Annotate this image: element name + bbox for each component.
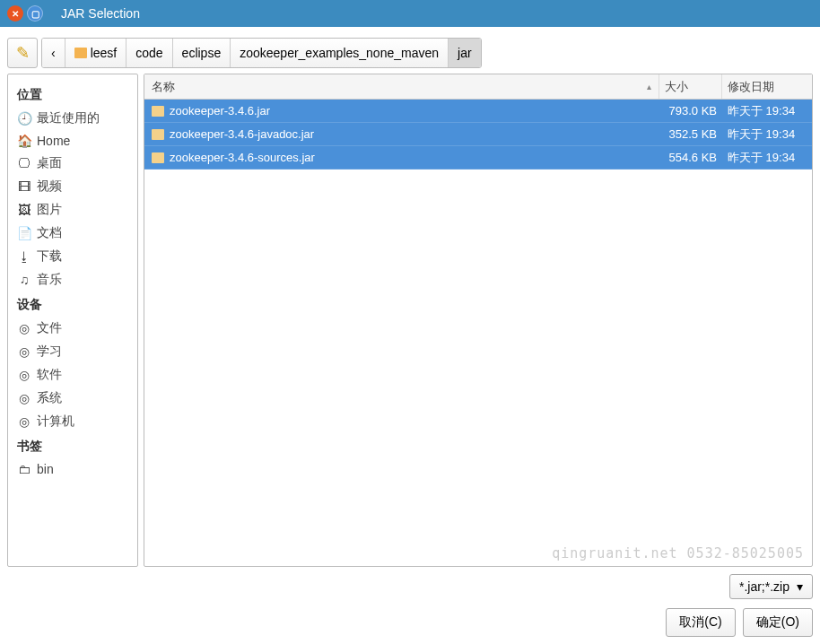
- watermark: qingruanit.net 0532-85025005: [552, 545, 804, 561]
- folder-icon: 🗀: [17, 462, 31, 476]
- sidebar-item-label: Home: [37, 134, 70, 148]
- sidebar-item-disk-study[interactable]: ◎学习: [12, 340, 134, 363]
- breadcrumb: ‹ leesf code eclipse zookeeper_examples_…: [41, 38, 482, 68]
- sidebar-item-label: 文档: [37, 225, 62, 241]
- main-row: 位置 🕘最近使用的 🏠Home 🖵桌面 🎞视频 🖼图片 📄文档 ⭳下载 ♫音乐 …: [7, 74, 813, 567]
- file-size: 793.0 KB: [659, 104, 722, 117]
- sidebar-item-label: bin: [37, 462, 54, 476]
- file-icon: [152, 106, 164, 117]
- sidebar-item-desktop[interactable]: 🖵桌面: [12, 152, 134, 175]
- window-title: JAR Selection: [61, 6, 140, 21]
- sidebar-item-downloads[interactable]: ⭳下载: [12, 245, 134, 268]
- file-date: 昨天于 19:34: [722, 103, 812, 119]
- file-date: 昨天于 19:34: [722, 126, 812, 143]
- sidebar-item-disk-software[interactable]: ◎软件: [12, 363, 134, 387]
- film-icon: 🎞: [17, 179, 31, 194]
- window-controls: ✕ ▢: [7, 5, 43, 22]
- disk-icon: ◎: [17, 321, 31, 335]
- table-row[interactable]: zookeeper-3.4.6-javadoc.jar 352.5 KB 昨天于…: [144, 123, 812, 146]
- toolbar: ✎ ‹ leesf code eclipse zookeeper_example…: [7, 38, 813, 68]
- sidebar-header-places: 位置: [12, 82, 134, 107]
- close-icon[interactable]: ✕: [7, 5, 23, 22]
- sidebar-item-label: 视频: [37, 178, 62, 195]
- dialog-content: ✎ ‹ leesf code eclipse zookeeper_example…: [0, 27, 820, 644]
- column-size[interactable]: 大小: [659, 74, 722, 99]
- sidebar-item-label: 最近使用的: [37, 110, 100, 126]
- file-name: zookeeper-3.4.6-sources.jar: [170, 151, 315, 164]
- sidebar-item-label: 图片: [37, 202, 62, 218]
- breadcrumb-item-0[interactable]: leesf: [65, 39, 127, 67]
- column-date[interactable]: 修改日期: [722, 74, 812, 99]
- disk-icon: ◎: [17, 414, 31, 429]
- sort-asc-icon: ▴: [647, 82, 659, 91]
- filter-label: *.jar;*.zip: [739, 579, 789, 594]
- sidebar-item-label: 计算机: [37, 413, 74, 430]
- sidebar-item-music[interactable]: ♫音乐: [12, 268, 134, 292]
- sidebar-header-devices: 设备: [12, 292, 134, 317]
- ok-button[interactable]: 确定(O): [743, 608, 813, 637]
- table-row[interactable]: zookeeper-3.4.6-sources.jar 554.6 KB 昨天于…: [144, 146, 812, 170]
- sidebar-item-home[interactable]: 🏠Home: [12, 130, 134, 152]
- download-icon: ⭳: [17, 249, 31, 264]
- file-date: 昨天于 19:34: [722, 150, 812, 166]
- sidebar-item-label: 音乐: [37, 272, 62, 288]
- sidebar-item-label: 学习: [37, 344, 62, 360]
- file-size: 352.5 KB: [659, 127, 722, 141]
- sidebar: 位置 🕘最近使用的 🏠Home 🖵桌面 🎞视频 🖼图片 📄文档 ⭳下载 ♫音乐 …: [7, 74, 138, 567]
- breadcrumb-back[interactable]: ‹: [42, 39, 65, 67]
- sidebar-item-label: 软件: [37, 367, 62, 383]
- sidebar-item-disk-file[interactable]: ◎文件: [12, 317, 134, 340]
- home-icon: 🏠: [17, 134, 31, 148]
- breadcrumb-item-3[interactable]: zookeeper_examples_none_maven: [231, 39, 449, 67]
- sidebar-item-label: 文件: [37, 320, 62, 336]
- file-type-filter[interactable]: *.jar;*.zip▾: [729, 574, 813, 599]
- sidebar-item-video[interactable]: 🎞视频: [12, 175, 134, 198]
- clock-icon: 🕘: [17, 111, 31, 126]
- bottom-bar: qingruanit.net 0532-85025005 *.jar;*.zip…: [7, 567, 813, 637]
- folder-icon: [74, 48, 87, 58]
- sidebar-item-recent[interactable]: 🕘最近使用的: [12, 107, 134, 130]
- image-icon: 🖼: [17, 203, 31, 217]
- sidebar-item-pictures[interactable]: 🖼图片: [12, 198, 134, 222]
- breadcrumb-item-1[interactable]: code: [126, 39, 172, 67]
- sidebar-header-bookmarks: 书签: [12, 433, 134, 458]
- crumb-label: leesf: [91, 46, 118, 60]
- sidebar-item-label: 下载: [37, 248, 62, 265]
- sidebar-item-bin[interactable]: 🗀bin: [12, 458, 134, 480]
- list-body: zookeeper-3.4.6.jar 793.0 KB 昨天于 19:34 z…: [144, 100, 812, 566]
- music-icon: ♫: [17, 273, 31, 287]
- table-row[interactable]: zookeeper-3.4.6.jar 793.0 KB 昨天于 19:34: [144, 100, 812, 123]
- chevron-down-icon: ▾: [797, 579, 803, 594]
- sidebar-item-disk-system[interactable]: ◎系统: [12, 387, 134, 410]
- edit-path-button[interactable]: ✎: [7, 38, 38, 68]
- disk-icon: ◎: [17, 391, 31, 405]
- cancel-button[interactable]: 取消(C): [666, 608, 735, 637]
- disk-icon: ◎: [17, 368, 31, 382]
- minimize-icon[interactable]: ▢: [27, 5, 43, 22]
- desktop-icon: 🖵: [17, 156, 31, 170]
- column-name[interactable]: 名称▴: [144, 74, 659, 99]
- file-icon: [152, 152, 164, 163]
- sidebar-item-label: 系统: [37, 390, 62, 406]
- file-name: zookeeper-3.4.6.jar: [170, 104, 270, 117]
- column-label: 名称: [152, 79, 175, 95]
- disk-icon: ◎: [17, 344, 31, 359]
- pencil-icon: ✎: [16, 43, 30, 63]
- document-icon: 📄: [17, 226, 31, 240]
- file-icon: [152, 129, 164, 140]
- list-header: 名称▴ 大小 修改日期: [144, 74, 812, 100]
- file-size: 554.6 KB: [659, 151, 722, 164]
- file-list: 名称▴ 大小 修改日期 zookeeper-3.4.6.jar 793.0 KB…: [144, 74, 813, 567]
- sidebar-item-documents[interactable]: 📄文档: [12, 222, 134, 245]
- titlebar: ✕ ▢ JAR Selection: [0, 0, 820, 27]
- dialog-buttons: 取消(C) 确定(O): [666, 608, 813, 637]
- file-name: zookeeper-3.4.6-javadoc.jar: [170, 127, 314, 141]
- sidebar-item-label: 桌面: [37, 155, 62, 171]
- breadcrumb-item-2[interactable]: eclipse: [173, 39, 231, 67]
- sidebar-item-computer[interactable]: ◎计算机: [12, 410, 134, 433]
- breadcrumb-item-4[interactable]: jar: [449, 39, 481, 67]
